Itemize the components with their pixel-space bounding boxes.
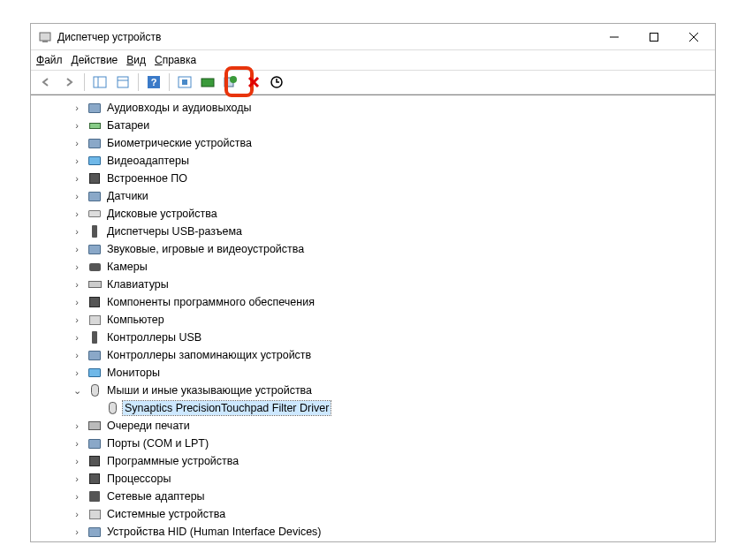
device-icon (87, 419, 102, 433)
device-icon (87, 295, 102, 309)
device-icon (87, 330, 102, 344)
expand-icon[interactable]: › (70, 226, 84, 237)
category-label: Клавиатуры (105, 277, 171, 291)
expand-icon[interactable]: ⌄ (70, 385, 84, 397)
category-label: Компоненты программного обеспечения (105, 295, 316, 309)
expand-icon[interactable]: › (70, 420, 84, 431)
tree-category[interactable]: ›Биометрические устройства (31, 134, 715, 152)
menubar: Файл Действие Вид Справка (31, 50, 715, 70)
svg-point-16 (230, 76, 237, 83)
category-label: Компьютер (105, 313, 166, 327)
menu-view[interactable]: Вид (126, 54, 146, 66)
tree-category[interactable]: ›Сетевые адаптеры (31, 488, 715, 505)
category-label: Программные устройства (105, 454, 240, 468)
tree-device[interactable]: Synaptics PrecisionTouchpad Filter Drive… (31, 399, 715, 417)
expand-icon[interactable]: › (70, 261, 84, 272)
maximize-button[interactable] (634, 24, 673, 49)
category-label: Дисковые устройства (105, 207, 219, 221)
svg-rect-3 (650, 33, 658, 41)
category-label: Контроллеры USB (105, 330, 203, 344)
expand-icon[interactable]: › (70, 473, 84, 484)
expand-icon[interactable]: › (70, 367, 84, 378)
tree-category[interactable]: ›Аудиовходы и аудиовыходы (31, 99, 715, 117)
update-driver-button[interactable] (198, 72, 217, 92)
tree-category[interactable]: ›Датчики (31, 187, 715, 205)
category-label: Биометрические устройства (105, 136, 254, 150)
tree-category[interactable]: ›Камеры (31, 258, 715, 276)
expand-icon[interactable]: › (70, 155, 84, 166)
expand-icon[interactable]: › (70, 350, 84, 360)
device-tree[interactable]: ›Аудиовходы и аудиовыходы›Батареи›Биомет… (31, 95, 715, 541)
expand-icon[interactable]: › (70, 491, 84, 502)
expand-icon[interactable]: › (70, 138, 84, 148)
device-icon (87, 313, 102, 327)
back-button[interactable] (36, 72, 56, 92)
help-button[interactable]: ? (144, 72, 163, 92)
minimize-button[interactable] (594, 24, 634, 49)
disable-device-button[interactable] (244, 72, 263, 92)
tree-category[interactable]: ›Процессоры (31, 470, 715, 488)
close-button[interactable] (673, 24, 713, 49)
expand-icon[interactable]: › (70, 191, 84, 201)
tree-category[interactable]: ›Встроенное ПО (31, 170, 715, 187)
category-label: Мыши и иные указывающие устройства (105, 383, 314, 397)
tree-category[interactable]: ›Системные устройства (31, 505, 715, 523)
category-label: Сетевые адаптеры (105, 489, 207, 503)
expand-icon[interactable]: › (70, 244, 84, 254)
separator (169, 73, 170, 91)
tree-category[interactable]: ›Видеоадаптеры (31, 152, 715, 170)
tree-category[interactable]: ⌄Мыши и иные указывающие устройства (31, 382, 715, 399)
menu-file[interactable]: Файл (36, 54, 63, 66)
menu-help[interactable]: Справка (155, 54, 196, 66)
expand-icon[interactable]: › (70, 120, 84, 131)
tree-category[interactable]: ›Контроллеры USB (31, 329, 715, 346)
show-hide-tree-button[interactable] (90, 72, 110, 92)
device-icon (87, 224, 102, 238)
forward-button[interactable] (59, 72, 79, 92)
tree-category[interactable]: ›Диспетчеры USB-разъема (31, 223, 715, 240)
expand-icon[interactable]: › (70, 438, 84, 449)
menu-action[interactable]: Действие (72, 54, 118, 66)
expand-icon[interactable]: › (70, 102, 84, 113)
tree-category[interactable]: ›Компоненты программного обеспечения (31, 293, 715, 311)
uninstall-device-button[interactable] (221, 72, 240, 92)
app-icon (38, 30, 52, 44)
device-icon (87, 260, 102, 274)
expand-icon[interactable]: › (70, 173, 84, 184)
expand-icon[interactable]: › (70, 279, 84, 290)
tree-category[interactable]: ›Мониторы (31, 364, 715, 382)
tree-category[interactable]: ›Устройства безопасности (31, 541, 715, 541)
expand-icon[interactable]: › (70, 509, 84, 519)
tree-category[interactable]: ›Порты (COM и LPT) (31, 435, 715, 452)
device-icon (87, 136, 102, 150)
tree-category[interactable]: ›Дисковые устройства (31, 205, 715, 223)
tree-category[interactable]: ›Очереди печати (31, 417, 715, 435)
svg-rect-8 (118, 77, 128, 87)
expand-icon[interactable]: › (70, 314, 84, 325)
expand-icon[interactable]: › (70, 456, 84, 466)
tree-category[interactable]: ›Звуковые, игровые и видеоустройства (31, 240, 715, 258)
device-icon (87, 348, 102, 362)
device-icon (87, 454, 102, 468)
tree-category[interactable]: ›Устройства HID (Human Interface Devices… (31, 523, 715, 541)
device-icon (87, 277, 102, 291)
category-label: Контроллеры запоминающих устройств (105, 348, 313, 362)
tree-category[interactable]: ›Компьютер (31, 311, 715, 329)
tree-category[interactable]: ›Программные устройства (31, 452, 715, 470)
expand-icon[interactable]: › (70, 297, 84, 307)
svg-text:?: ? (151, 77, 157, 87)
expand-icon[interactable]: › (70, 526, 84, 537)
svg-rect-14 (201, 79, 214, 87)
device-icon (87, 489, 102, 503)
tree-category[interactable]: ›Клавиатуры (31, 276, 715, 293)
scan-hardware-button[interactable] (175, 72, 194, 92)
expand-icon[interactable]: › (70, 332, 84, 343)
tree-category[interactable]: ›Батареи (31, 117, 715, 134)
tree-category[interactable]: ›Контроллеры запоминающих устройств (31, 346, 715, 364)
device-icon (87, 525, 102, 539)
enable-device-button[interactable] (267, 72, 286, 92)
properties-button[interactable] (113, 72, 133, 92)
device-icon (87, 383, 102, 397)
expand-icon[interactable]: › (70, 208, 84, 219)
separator (84, 73, 85, 91)
